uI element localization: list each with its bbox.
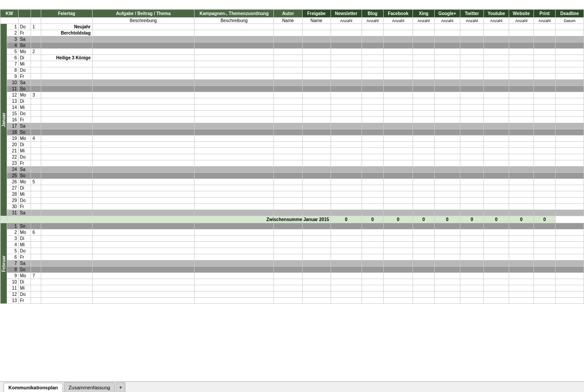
cell-deadline[interactable] bbox=[555, 229, 584, 236]
cell-kampagne[interactable] bbox=[195, 267, 274, 273]
cell-freigabe[interactable] bbox=[302, 86, 331, 92]
cell-newsletter[interactable] bbox=[331, 136, 362, 142]
table-row[interactable]: 18So bbox=[0, 129, 584, 136]
cell-aufgabe[interactable] bbox=[92, 55, 195, 61]
cell-xing[interactable] bbox=[413, 111, 435, 117]
cell-newsletter[interactable] bbox=[331, 30, 362, 36]
cell-googleplus[interactable] bbox=[434, 67, 460, 74]
cell-blog[interactable] bbox=[362, 160, 384, 167]
cell-deadline[interactable] bbox=[555, 136, 584, 142]
cell-website[interactable] bbox=[509, 154, 533, 160]
cell-blog[interactable] bbox=[362, 148, 384, 154]
cell-deadline[interactable] bbox=[555, 210, 584, 216]
cell-website[interactable] bbox=[509, 74, 533, 80]
cell-xing[interactable] bbox=[413, 129, 435, 136]
cell-googleplus[interactable] bbox=[434, 30, 460, 36]
cell-googleplus[interactable] bbox=[434, 123, 460, 129]
cell-youtube[interactable] bbox=[484, 191, 509, 198]
cell-facebook[interactable] bbox=[383, 254, 413, 260]
cell-blog[interactable] bbox=[362, 30, 384, 36]
cell-xing[interactable] bbox=[413, 254, 435, 260]
cell-twitter[interactable] bbox=[460, 210, 484, 216]
cell-blog[interactable] bbox=[362, 43, 384, 49]
cell-blog[interactable] bbox=[362, 105, 384, 111]
cell-newsletter[interactable] bbox=[331, 160, 362, 167]
cell-blog[interactable] bbox=[362, 92, 384, 98]
cell-googleplus[interactable] bbox=[434, 36, 460, 43]
cell-youtube[interactable] bbox=[484, 179, 509, 185]
cell-facebook[interactable] bbox=[383, 273, 413, 279]
cell-website[interactable] bbox=[509, 24, 533, 30]
cell-googleplus[interactable] bbox=[434, 148, 460, 154]
cell-newsletter[interactable] bbox=[331, 210, 362, 216]
cell-aufgabe[interactable] bbox=[92, 36, 195, 43]
cell-print[interactable] bbox=[534, 185, 556, 191]
cell-twitter[interactable] bbox=[460, 36, 484, 43]
cell-xing[interactable] bbox=[413, 298, 435, 304]
table-row[interactable]: 8Do bbox=[0, 67, 584, 74]
cell-newsletter[interactable] bbox=[331, 185, 362, 191]
cell-website[interactable] bbox=[509, 198, 533, 204]
cell-youtube[interactable] bbox=[484, 49, 509, 55]
cell-autor[interactable] bbox=[274, 204, 302, 210]
cell-kampagne[interactable] bbox=[195, 179, 274, 185]
cell-print[interactable] bbox=[534, 86, 556, 92]
cell-googleplus[interactable] bbox=[434, 279, 460, 285]
cell-autor[interactable] bbox=[274, 55, 302, 61]
cell-kampagne[interactable] bbox=[195, 136, 274, 142]
cell-deadline[interactable] bbox=[555, 24, 584, 30]
cell-freigabe[interactable] bbox=[302, 30, 331, 36]
cell-newsletter[interactable] bbox=[331, 291, 362, 298]
cell-newsletter[interactable] bbox=[331, 80, 362, 86]
table-row[interactable]: 24Sa bbox=[0, 167, 584, 173]
cell-website[interactable] bbox=[509, 117, 533, 123]
cell-freigabe[interactable] bbox=[302, 105, 331, 111]
cell-aufgabe[interactable] bbox=[92, 191, 195, 198]
cell-facebook[interactable] bbox=[383, 98, 413, 105]
cell-aufgabe[interactable] bbox=[92, 198, 195, 204]
cell-aufgabe[interactable] bbox=[92, 179, 195, 185]
cell-twitter[interactable] bbox=[460, 173, 484, 179]
cell-kampagne[interactable] bbox=[195, 298, 274, 304]
cell-autor[interactable] bbox=[274, 229, 302, 236]
cell-facebook[interactable] bbox=[383, 92, 413, 98]
cell-newsletter[interactable] bbox=[331, 298, 362, 304]
cell-facebook[interactable] bbox=[383, 285, 413, 291]
cell-print[interactable] bbox=[534, 105, 556, 111]
cell-website[interactable] bbox=[509, 123, 533, 129]
cell-aufgabe[interactable] bbox=[92, 86, 195, 92]
cell-facebook[interactable] bbox=[383, 123, 413, 129]
cell-aufgabe[interactable] bbox=[92, 129, 195, 136]
cell-aufgabe[interactable] bbox=[92, 74, 195, 80]
cell-autor[interactable] bbox=[274, 254, 302, 260]
cell-googleplus[interactable] bbox=[434, 136, 460, 142]
cell-deadline[interactable] bbox=[555, 49, 584, 55]
cell-website[interactable] bbox=[509, 254, 533, 260]
cell-website[interactable] bbox=[509, 49, 533, 55]
cell-deadline[interactable] bbox=[555, 67, 584, 74]
cell-youtube[interactable] bbox=[484, 210, 509, 216]
cell-autor[interactable] bbox=[274, 185, 302, 191]
cell-website[interactable] bbox=[509, 92, 533, 98]
cell-aufgabe[interactable] bbox=[92, 173, 195, 179]
cell-facebook[interactable] bbox=[383, 148, 413, 154]
table-row[interactable]: 9Fr bbox=[0, 74, 584, 80]
cell-youtube[interactable] bbox=[484, 248, 509, 254]
cell-twitter[interactable] bbox=[460, 98, 484, 105]
cell-print[interactable] bbox=[534, 223, 556, 229]
table-row[interactable]: 28Mi bbox=[0, 191, 584, 198]
cell-blog[interactable] bbox=[362, 80, 384, 86]
cell-kampagne[interactable] bbox=[195, 223, 274, 229]
cell-xing[interactable] bbox=[413, 24, 435, 30]
table-row[interactable]: 21Mi bbox=[0, 148, 584, 154]
table-row[interactable]: 26Mo5 bbox=[0, 179, 584, 185]
cell-deadline[interactable] bbox=[555, 142, 584, 148]
cell-website[interactable] bbox=[509, 136, 533, 142]
cell-print[interactable] bbox=[534, 117, 556, 123]
cell-facebook[interactable] bbox=[383, 74, 413, 80]
cell-blog[interactable] bbox=[362, 223, 384, 229]
cell-kampagne[interactable] bbox=[195, 191, 274, 198]
cell-googleplus[interactable] bbox=[434, 43, 460, 49]
cell-deadline[interactable] bbox=[555, 204, 584, 210]
cell-autor[interactable] bbox=[274, 98, 302, 105]
